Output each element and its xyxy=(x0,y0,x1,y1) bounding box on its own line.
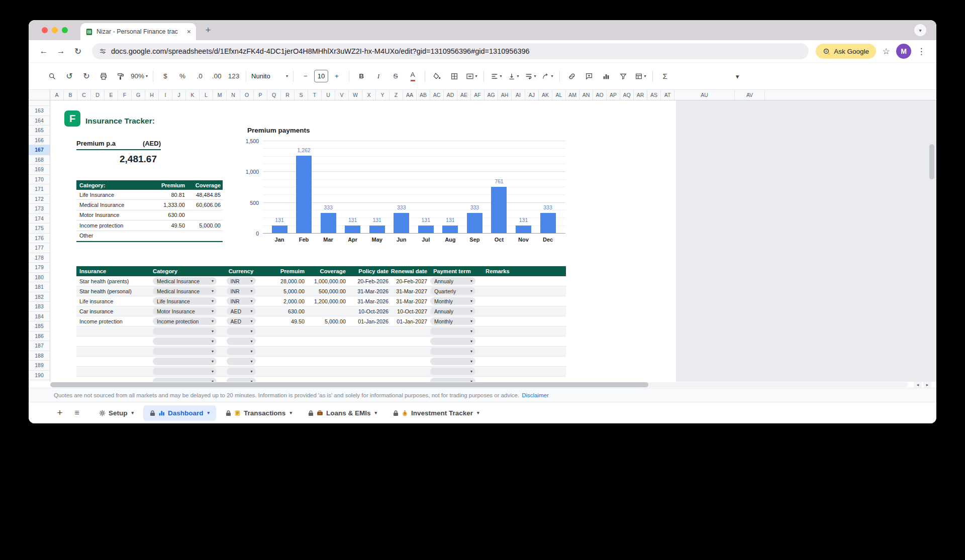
sheet-tab-setup[interactable]: Setup▾ xyxy=(92,405,140,421)
dropdown-cell[interactable]: Annualy▾ xyxy=(430,307,475,315)
cell[interactable] xyxy=(478,337,566,346)
column-header-S[interactable]: S xyxy=(295,90,308,100)
dropdown-cell[interactable]: ▾ xyxy=(153,338,217,345)
increase-font-size-button[interactable]: + xyxy=(328,69,345,83)
cell[interactable]: Monthly▾ xyxy=(428,316,478,326)
cell[interactable]: Income protection xyxy=(76,316,151,326)
fill-color-button[interactable] xyxy=(429,69,446,83)
paint-format-button[interactable] xyxy=(112,69,129,83)
cell[interactable] xyxy=(261,367,307,376)
dropdown-cell[interactable]: ▾ xyxy=(227,338,256,345)
italic-button[interactable]: I xyxy=(370,69,387,83)
dropdown-cell[interactable]: ▾ xyxy=(153,327,217,335)
category-table-row[interactable]: Other xyxy=(76,231,223,241)
cell[interactable] xyxy=(478,296,566,306)
cell[interactable] xyxy=(478,367,566,376)
cell[interactable]: Life Insurance▾ xyxy=(151,296,221,306)
row-header-183[interactable]: 183 xyxy=(29,302,50,312)
cell[interactable]: 10-Oct-2027 xyxy=(390,306,428,316)
column-header-Z[interactable]: Z xyxy=(390,90,403,100)
cell[interactable]: 20-Feb-2027 xyxy=(390,276,428,286)
zoom-control[interactable]: 90%▾ xyxy=(129,69,149,83)
cell[interactable] xyxy=(76,347,151,356)
cell[interactable]: 31-Mar-2026 xyxy=(347,286,390,296)
disclaimer-link[interactable]: Disclaimer xyxy=(522,392,549,398)
category-table-row[interactable]: Motor Insurance630.00 xyxy=(76,210,223,220)
column-header-P[interactable]: P xyxy=(254,90,267,100)
cell[interactable] xyxy=(261,377,307,382)
browser-tab[interactable]: Nizar - Personal Finance trac × xyxy=(80,23,196,40)
cell[interactable] xyxy=(478,357,566,366)
strikethrough-button[interactable]: S xyxy=(387,69,404,83)
dropdown-cell[interactable]: Annualy▾ xyxy=(430,277,475,285)
cell[interactable]: Motor Insurance▾ xyxy=(151,306,221,316)
cell[interactable]: Star health (personal) xyxy=(76,286,151,296)
dropdown-cell[interactable]: Life Insurance▾ xyxy=(153,297,217,305)
cell[interactable] xyxy=(76,367,151,376)
row-header-163[interactable]: 163 xyxy=(29,106,50,116)
vertical-align-button[interactable]: ▾ xyxy=(505,69,522,83)
cell[interactable] xyxy=(347,326,390,336)
column-header-G[interactable]: G xyxy=(132,90,145,100)
column-header-AF[interactable]: AF xyxy=(471,90,485,100)
cell[interactable] xyxy=(76,357,151,366)
column-header-AS[interactable]: AS xyxy=(647,90,661,100)
column-header-AH[interactable]: AH xyxy=(498,90,512,100)
cell[interactable]: ▾ xyxy=(151,326,221,336)
text-color-button[interactable]: A xyxy=(404,69,421,83)
cell[interactable]: Annualy▾ xyxy=(428,276,478,286)
profile-avatar[interactable]: M xyxy=(896,44,911,59)
dropdown-cell[interactable]: Medical Insurance▾ xyxy=(153,287,217,295)
column-header-AM[interactable]: AM xyxy=(566,90,580,100)
cell[interactable] xyxy=(478,377,566,382)
sheet-tab-transactions[interactable]: Transactions▾ xyxy=(219,405,299,421)
row-header-187[interactable]: 187 xyxy=(29,341,50,351)
cell[interactable]: ▾ xyxy=(221,337,261,346)
cell[interactable] xyxy=(307,337,347,346)
cell[interactable]: 49.50 xyxy=(261,316,307,326)
cell[interactable] xyxy=(307,377,347,382)
ask-google-button[interactable]: Ask Google xyxy=(816,44,876,59)
column-header-AK[interactable]: AK xyxy=(539,90,552,100)
dropdown-cell[interactable]: ▾ xyxy=(227,327,256,335)
cell[interactable]: 5,000.00 xyxy=(261,286,307,296)
cell[interactable] xyxy=(390,337,428,346)
cell[interactable] xyxy=(478,347,566,356)
column-header-M[interactable]: M xyxy=(213,90,227,100)
cell[interactable]: 01-Jan-2027 xyxy=(390,316,428,326)
cell[interactable]: 1,000,000.00 xyxy=(307,276,347,286)
cell[interactable]: ▾ xyxy=(221,367,261,376)
format-percent-button[interactable]: % xyxy=(174,69,191,83)
column-header-W[interactable]: W xyxy=(349,90,362,100)
category-table-row[interactable]: Life Insurance80.8148,484.85 xyxy=(76,190,223,200)
cell[interactable] xyxy=(478,316,566,326)
cell[interactable] xyxy=(347,377,390,382)
print-button[interactable] xyxy=(95,69,112,83)
cell[interactable] xyxy=(478,326,566,336)
cell[interactable]: Star health (parents) xyxy=(76,276,151,286)
dropdown-cell[interactable]: Monthly▾ xyxy=(430,317,475,325)
cell[interactable] xyxy=(76,377,151,382)
cell[interactable] xyxy=(478,286,566,296)
cell[interactable] xyxy=(261,357,307,366)
dropdown-cell[interactable]: ▾ xyxy=(153,358,217,365)
dropdown-cell[interactable]: ▾ xyxy=(430,378,475,382)
scroll-right-button[interactable]: ▸ xyxy=(923,382,931,388)
cell[interactable]: ▾ xyxy=(428,367,478,376)
cell[interactable] xyxy=(76,337,151,346)
row-header-172[interactable]: 172 xyxy=(29,194,50,204)
close-window-button[interactable] xyxy=(42,27,48,33)
forward-button[interactable]: → xyxy=(54,44,68,58)
redo-button[interactable]: ↻ xyxy=(78,69,95,83)
cell[interactable]: ▾ xyxy=(151,377,221,382)
cell[interactable]: 28,000.00 xyxy=(261,276,307,286)
dropdown-cell[interactable]: ▾ xyxy=(227,348,256,355)
dropdown-cell[interactable]: ▾ xyxy=(430,327,475,335)
all-sheets-button[interactable]: ≡ xyxy=(69,408,84,417)
dropdown-cell[interactable]: ▾ xyxy=(430,338,475,345)
cell[interactable]: Medical Insurance▾ xyxy=(151,276,221,286)
cell[interactable]: ▾ xyxy=(221,326,261,336)
toolbar-more-chevron[interactable]: ▾ xyxy=(729,69,746,83)
row-header-182[interactable]: 182 xyxy=(29,292,50,302)
vertical-scrollbar-thumb[interactable] xyxy=(929,144,934,179)
